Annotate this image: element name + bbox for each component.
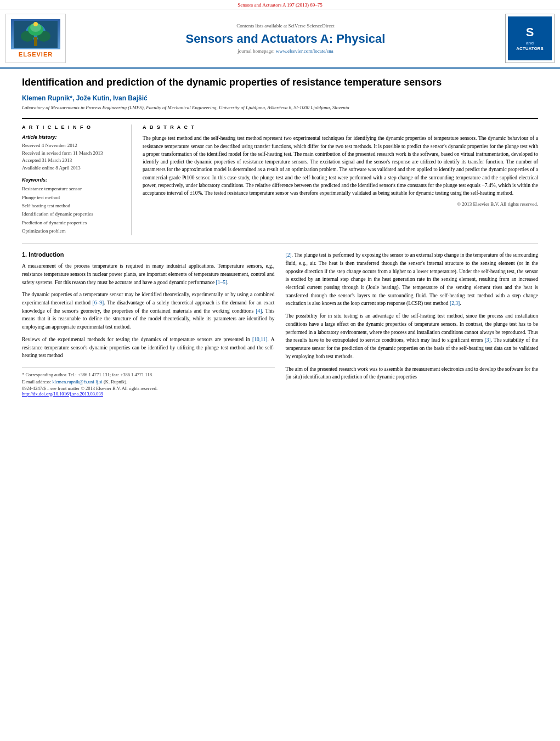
keyword-6: Optimization problem — [22, 227, 125, 235]
keyword-4: Identification of dynamic properties — [22, 210, 125, 218]
intro-para-1: A measurement of the process temperature… — [22, 262, 275, 286]
ref-link-6-9[interactable]: [6–9] — [93, 300, 104, 306]
intro-heading: 1. Introduction — [22, 251, 275, 258]
keyword-3: Self-heating test method — [22, 202, 125, 210]
abstract-text: The plunge test method and the self-heat… — [143, 134, 538, 197]
journal-homepage: journal homepage: www.elsevier.com/locat… — [237, 48, 333, 54]
elsevier-logo: ELSEVIER — [5, 14, 66, 63]
received-revised-date: Received in revised form 11 March 2013 — [22, 150, 125, 157]
history-label: Article history: — [22, 134, 125, 140]
logo-s-letter: S — [526, 25, 534, 41]
journal-reference-bar: Sensors and Actuators A 197 (2013) 69–75 — [0, 0, 560, 9]
article-info-abstract-section: A R T I C L E I N F O Article history: R… — [22, 118, 538, 235]
keywords-title: Keywords: — [22, 177, 125, 183]
paper-title: Identification and prediction of the dyn… — [22, 76, 538, 89]
footnote-email: E-mail address: klemen.rupnik@fs.uni-lj.… — [22, 378, 275, 386]
section-divider — [22, 243, 538, 244]
accepted-date: Accepted 31 March 2013 — [22, 157, 125, 165]
body-content: 1. Introduction A measurement of the pro… — [22, 251, 538, 396]
abstract-column: A B S T R A C T The plunge test method a… — [143, 125, 538, 235]
right-body-column: [2]. The plunge test is performed by exp… — [286, 251, 539, 396]
journal-title: Sensors and Actuators A: Physical — [186, 32, 386, 46]
footnote-email-link[interactable]: klemen.rupnik@fs.uni-lj.si — [52, 379, 103, 384]
journal-homepage-link[interactable]: www.elsevier.com/locate/sna — [276, 48, 333, 54]
intro-para-3: Reviews of the experimental methods for … — [22, 336, 275, 360]
keywords-section: Keywords: Resistance temperature sensor … — [22, 177, 125, 235]
keyword-5: Prediction of dynamic properties — [22, 219, 125, 227]
svg-point-7 — [33, 22, 38, 26]
intro-column: 1. Introduction A measurement of the pro… — [22, 251, 275, 396]
right-para-1: [2]. The plunge test is performed by exp… — [286, 251, 539, 308]
elsevier-wordmark: ELSEVIER — [19, 51, 53, 58]
article-info-title: A R T I C L E I N F O — [22, 125, 125, 130]
ref-link-10-11[interactable]: [10,11] — [252, 337, 267, 342]
doi-link: http://dx.doi.org/10.1016/j.sna.2013.03.… — [22, 391, 275, 397]
svg-rect-4 — [34, 37, 37, 46]
logo-actuators: ACTUATORS — [516, 46, 543, 52]
doi-anchor[interactable]: http://dx.doi.org/10.1016/j.sna.2013.03.… — [22, 391, 103, 397]
journal-ref-text: Sensors and Actuators A 197 (2013) 69–75 — [237, 2, 323, 8]
journal-header: ELSEVIER Contents lists available at Sci… — [0, 9, 560, 69]
journal-center-info: Contents lists available at SciVerse Sci… — [71, 14, 500, 63]
sciverse-link: Contents lists available at SciVerse Sci… — [236, 23, 335, 29]
ref-link-4[interactable]: [4] — [256, 308, 262, 314]
authors: Klemen Rupnik*, Jože Kutin, Ivan Bajšić — [22, 94, 538, 102]
copyright-notice: © 2013 Elsevier B.V. All rights reserved… — [143, 201, 538, 207]
logo-and: and — [526, 41, 534, 46]
article-info-column: A R T I C L E I N F O Article history: R… — [22, 125, 132, 235]
intro-para-2: The dynamic properties of a temperature … — [22, 291, 275, 331]
abstract-title: A B S T R A C T — [143, 125, 538, 130]
keyword-2: Plunge test method — [22, 194, 125, 202]
ref-link-3[interactable]: [3] — [485, 337, 491, 343]
ref-link-2[interactable]: [2] — [286, 252, 292, 258]
footnote-star: * Corresponding author. Tel.: +386 1 477… — [22, 371, 275, 378]
elsevier-logo-image — [11, 19, 60, 49]
footnote-section: * Corresponding author. Tel.: +386 1 477… — [22, 367, 275, 397]
available-online-date: Available online 8 April 2013 — [22, 165, 125, 172]
right-para-2: The possibility for in situ testing is a… — [286, 312, 539, 360]
issn-text: 0924-4247/$ – see front matter © 2013 El… — [22, 386, 275, 391]
right-para-3: The aim of the presented research work w… — [286, 365, 539, 381]
ref-link-2-3[interactable]: [2,3] — [450, 301, 460, 306]
keyword-1: Resistance temperature sensor — [22, 185, 125, 193]
affiliation: Laboratory of Measurements in Process En… — [22, 105, 538, 110]
received-date: Received 4 November 2012 — [22, 142, 125, 150]
journal-logo: S and ACTUATORS — [505, 14, 555, 63]
journal-logo-inner: S and ACTUATORS — [508, 16, 552, 60]
main-content: Identification and prediction of the dyn… — [0, 69, 560, 408]
ref-link-1-5[interactable]: [1–5] — [216, 280, 228, 285]
